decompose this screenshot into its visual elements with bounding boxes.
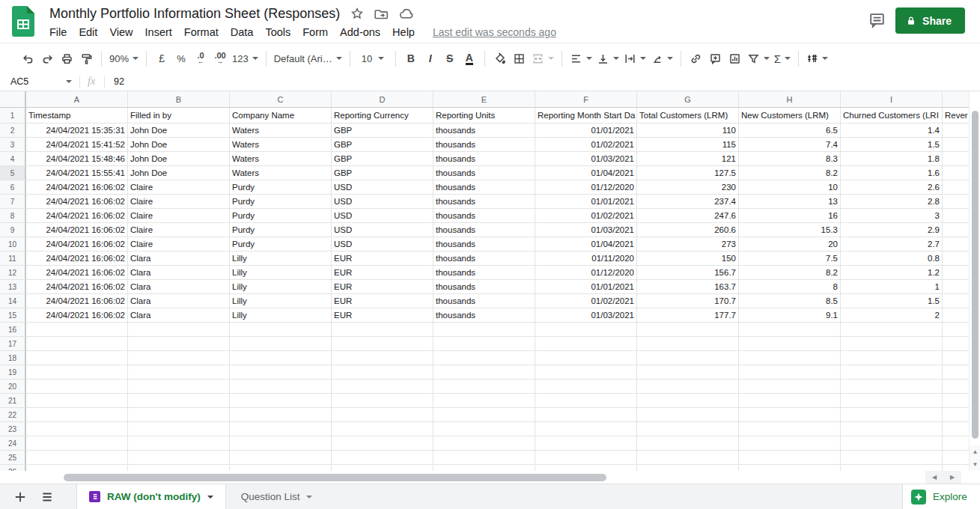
row-header-5[interactable]: 5	[0, 166, 26, 180]
cell-A11[interactable]: 24/04/2021 16:06:02	[26, 252, 128, 266]
cell-A26[interactable]	[26, 465, 128, 471]
cell-E25[interactable]	[433, 451, 535, 465]
row-header-17[interactable]: 17	[0, 337, 26, 351]
cell-H26[interactable]	[739, 465, 841, 471]
cell-F1[interactable]: Reporting Month Start Da	[535, 108, 637, 124]
cell-B10[interactable]: Claire	[128, 237, 230, 252]
cell-A13[interactable]: 24/04/2021 16:06:02	[26, 280, 128, 294]
cell-G2[interactable]: 110	[637, 124, 739, 138]
cell-F9[interactable]: 01/03/2021	[535, 223, 637, 237]
cell-I23[interactable]	[841, 422, 943, 436]
row-header-4[interactable]: 4	[0, 152, 26, 166]
row-header-18[interactable]: 18	[0, 351, 26, 365]
cell-H9[interactable]: 15.3	[739, 223, 841, 237]
functions-button[interactable]: Σ	[772, 49, 793, 68]
italic-button[interactable]: I	[421, 49, 440, 68]
cell-B17[interactable]	[128, 337, 230, 351]
menu-item-form[interactable]: Form	[296, 25, 334, 40]
cell-C17[interactable]	[230, 337, 332, 351]
cell-H10[interactable]: 20	[739, 237, 841, 252]
cloud-saved-icon[interactable]	[399, 6, 414, 21]
column-header-C[interactable]: C	[230, 91, 332, 108]
cell-G8[interactable]: 247.6	[637, 209, 739, 223]
cell-B19[interactable]	[128, 365, 230, 380]
cell-F26[interactable]	[535, 465, 637, 471]
cell-G11[interactable]: 150	[637, 252, 739, 266]
cell-C16[interactable]	[230, 323, 332, 337]
cell-G6[interactable]: 230	[637, 180, 739, 195]
text-color-button[interactable]: A	[460, 49, 479, 68]
cell-J6[interactable]	[943, 180, 969, 195]
cell-I5[interactable]: 1.6	[841, 166, 943, 180]
row-header-20[interactable]: 20	[0, 380, 26, 394]
cell-A23[interactable]	[26, 422, 128, 436]
cell-D13[interactable]: EUR	[332, 280, 433, 294]
text-wrap-button[interactable]	[621, 49, 648, 68]
cell-C3[interactable]: Waters	[230, 138, 332, 152]
cell-H17[interactable]	[739, 337, 841, 351]
cell-E10[interactable]: thousands	[433, 237, 535, 252]
cell-A2[interactable]: 24/04/2021 15:35:31	[26, 124, 128, 138]
cell-F4[interactable]: 01/03/2021	[535, 152, 637, 166]
cell-D9[interactable]: USD	[332, 223, 433, 237]
cell-C8[interactable]: Purdy	[230, 209, 332, 223]
cell-F24[interactable]	[535, 436, 637, 451]
cell-H18[interactable]	[739, 351, 841, 365]
row-header-6[interactable]: 6	[0, 180, 26, 195]
cell-G4[interactable]: 121	[637, 152, 739, 166]
comment-history-icon[interactable]	[868, 12, 886, 32]
row-header-13[interactable]: 13	[0, 280, 26, 294]
cell-D2[interactable]: GBP	[332, 124, 433, 138]
cell-I12[interactable]: 1.2	[841, 266, 943, 280]
cell-A20[interactable]	[26, 380, 128, 394]
cell-C14[interactable]: Lilly	[230, 294, 332, 308]
row-header-21[interactable]: 21	[0, 394, 26, 408]
cell-I9[interactable]: 2.9	[841, 223, 943, 237]
text-rotation-button[interactable]	[648, 49, 675, 68]
cell-E6[interactable]: thousands	[433, 180, 535, 195]
cell-E20[interactable]	[433, 380, 535, 394]
cell-F6[interactable]: 01/12/2020	[535, 180, 637, 195]
cell-E14[interactable]: thousands	[433, 294, 535, 308]
column-header-E[interactable]: E	[433, 91, 535, 108]
cell-D26[interactable]	[332, 465, 433, 471]
cell-A15[interactable]: 24/04/2021 16:06:02	[26, 308, 128, 323]
cell-H8[interactable]: 16	[739, 209, 841, 223]
cell-G13[interactable]: 163.7	[637, 280, 739, 294]
cell-F17[interactable]	[535, 337, 637, 351]
cell-E16[interactable]	[433, 323, 535, 337]
cell-E13[interactable]: thousands	[433, 280, 535, 294]
cell-I6[interactable]: 2.6	[841, 180, 943, 195]
cell-B24[interactable]	[128, 436, 230, 451]
cell-H5[interactable]: 8.2	[739, 166, 841, 180]
cell-D16[interactable]	[332, 323, 433, 337]
insert-comment-button[interactable]	[706, 49, 725, 68]
cell-I11[interactable]: 0.8	[841, 252, 943, 266]
cell-D1[interactable]: Reporting Currency	[332, 108, 433, 124]
cell-J12[interactable]	[943, 266, 969, 280]
cell-C25[interactable]	[230, 451, 332, 465]
cell-E15[interactable]: thousands	[433, 308, 535, 323]
cell-J1[interactable]: Rever	[943, 108, 969, 124]
row-header-14[interactable]: 14	[0, 294, 26, 308]
cell-D6[interactable]: USD	[332, 180, 433, 195]
cell-D19[interactable]	[332, 365, 433, 380]
cell-I10[interactable]: 2.7	[841, 237, 943, 252]
cell-E3[interactable]: thousands	[433, 138, 535, 152]
cell-C13[interactable]: Lilly	[230, 280, 332, 294]
cell-A5[interactable]: 24/04/2021 15:55:41	[26, 166, 128, 180]
cell-C15[interactable]: Lilly	[230, 308, 332, 323]
cell-D20[interactable]	[332, 380, 433, 394]
cell-A9[interactable]: 24/04/2021 16:06:02	[26, 223, 128, 237]
font-size-select[interactable]: 10	[356, 49, 390, 68]
zoom-select[interactable]: 90%	[107, 49, 141, 68]
cell-E17[interactable]	[433, 337, 535, 351]
cell-I25[interactable]	[841, 451, 943, 465]
cell-I22[interactable]	[841, 408, 943, 422]
cell-J18[interactable]	[943, 351, 969, 365]
cell-F10[interactable]: 01/04/2021	[535, 237, 637, 252]
cell-D24[interactable]	[332, 436, 433, 451]
menu-item-help[interactable]: Help	[386, 25, 421, 40]
tab-raw-sheet[interactable]: RAW (don't modify)	[76, 484, 226, 509]
row-header-15[interactable]: 15	[0, 308, 26, 323]
